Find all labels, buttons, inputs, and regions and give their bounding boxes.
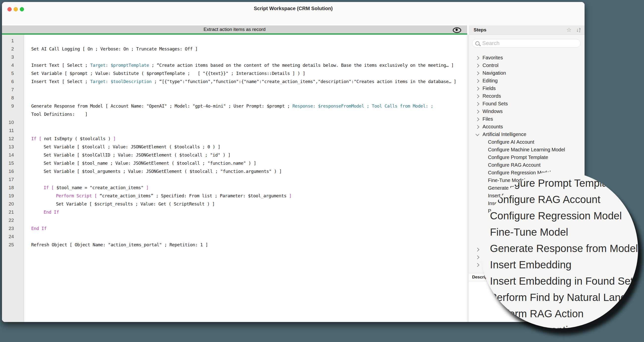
steps-search-field[interactable] xyxy=(472,39,580,47)
code-keyword: ] xyxy=(110,136,116,141)
step-category[interactable]: Found Sets xyxy=(469,100,584,108)
script-editor[interactable]: 12Set AI Call Logging [ On ; Verbose: On… xyxy=(2,35,467,322)
script-step-text: Insert Text [ Select ; Target: $promptTe… xyxy=(31,61,454,69)
script-line[interactable]: 3 xyxy=(2,53,467,61)
script-line[interactable]: 14Set Variable [ $toolCallID ; Value: JS… xyxy=(2,151,467,159)
script-line[interactable]: 24 xyxy=(2,232,467,241)
step-category[interactable]: Control xyxy=(469,62,584,69)
code-text: Set Variable [ $script_results ; Value: … xyxy=(56,201,215,206)
step-label: Navigation xyxy=(482,69,506,77)
line-number: 21 xyxy=(2,208,14,216)
script-tab[interactable]: Extract action items as record xyxy=(2,25,467,33)
script-step-text: End If xyxy=(44,208,59,216)
line-number: 14 xyxy=(2,151,14,159)
script-line[interactable]: 20Set Variable [ $script_results ; Value… xyxy=(2,200,467,208)
step-item[interactable]: Configure RAG Account xyxy=(469,161,584,169)
step-item[interactable]: Configure Prompt Template xyxy=(469,154,584,161)
code-text: “create_action_items” ; Specified: From … xyxy=(100,193,289,198)
code-text: Generate Response from Model [ Account N… xyxy=(31,103,292,109)
script-step-text: Set AI Call Logging [ On ; Verbose: On ;… xyxy=(31,45,198,53)
step-category[interactable]: Editing xyxy=(469,77,584,85)
code-keyword: ] xyxy=(144,185,148,190)
chevron-right-icon[interactable] xyxy=(476,255,480,259)
step-category[interactable]: Favorites xyxy=(469,54,584,62)
script-line[interactable]: 23End If xyxy=(2,224,467,232)
step-category[interactable]: Fields xyxy=(469,85,584,92)
chevron-right-icon[interactable] xyxy=(476,94,480,98)
search-input[interactable] xyxy=(482,40,572,47)
step-category[interactable]: Navigation xyxy=(469,69,584,77)
script-line[interactable]: 1 xyxy=(2,37,467,45)
script-line[interactable]: 19Perform Script [ “create_action_items”… xyxy=(2,192,467,200)
code-keyword: If [ xyxy=(31,136,44,141)
line-number: 20 xyxy=(2,200,14,208)
script-line[interactable]: 21End If xyxy=(2,208,467,216)
chevron-right-icon[interactable] xyxy=(476,87,480,91)
chevron-right-icon[interactable] xyxy=(476,110,480,114)
code-parameter: Target: $toolDescription xyxy=(90,79,152,84)
chevron-right-icon[interactable] xyxy=(476,118,480,121)
script-line[interactable]: 5Set Variable [ $prompt ; Value: Substit… xyxy=(2,69,467,77)
line-number: 16 xyxy=(2,167,14,175)
chevron-right-icon[interactable] xyxy=(476,248,480,252)
script-line[interactable]: 13Set Variable [ $toolcall ; Value: JSON… xyxy=(2,143,467,151)
sort-az-icon[interactable]: ↓ az xyxy=(576,27,580,32)
line-number: 19 xyxy=(2,192,14,200)
script-line[interactable]: 25Refresh Object [ Object Name: "action_… xyxy=(2,241,467,249)
lens-magnified-step: Generate Response from Model xyxy=(490,240,638,257)
line-number: 3 xyxy=(2,53,14,61)
step-item[interactable]: Configure Machine Learning Model xyxy=(469,146,584,154)
code-keyword: ] xyxy=(289,193,292,198)
step-item[interactable]: Configure AI Account xyxy=(469,138,584,146)
chevron-right-icon[interactable] xyxy=(476,79,480,83)
line-number: 1 xyxy=(2,37,14,45)
script-step-text: Set Variable [ $tool_arguments ; Value: … xyxy=(44,167,282,175)
chevron-right-icon[interactable] xyxy=(476,56,480,60)
script-line[interactable]: 9Generate Response from Model [ Account … xyxy=(2,102,467,110)
step-category[interactable]: Accounts xyxy=(469,123,584,131)
step-label: Artificial Intelligence xyxy=(482,131,526,138)
eye-icon[interactable] xyxy=(453,27,461,33)
step-category[interactable]: Records xyxy=(469,92,584,100)
line-number: 13 xyxy=(2,143,14,151)
code-text: Insert Text [ Select ; xyxy=(31,63,90,68)
step-label: Favorites xyxy=(482,54,503,62)
step-label: Configure Machine Learning Model xyxy=(488,146,565,154)
step-category[interactable]: Artificial Intelligence xyxy=(469,131,584,138)
favorites-star-icon[interactable]: ☆ xyxy=(566,27,572,33)
title-bar: Script Workspace (CRM Solution) xyxy=(2,2,584,14)
line-number: 22 xyxy=(2,216,14,224)
code-parameter: Response: $responseFromModel ; Tool Call… xyxy=(292,103,433,109)
step-label: Configure Prompt Template xyxy=(488,154,548,161)
lens-magnified-step: Configure RAG Account xyxy=(490,191,600,208)
sort-arrow: ↓ xyxy=(576,27,579,32)
script-line[interactable]: 22 xyxy=(2,216,467,224)
script-line[interactable]: 15Set Variable [ $tool_name ; Value: JSO… xyxy=(2,159,467,167)
chevron-down-icon[interactable] xyxy=(476,132,480,136)
line-number: 17 xyxy=(2,175,14,183)
script-line[interactable]: 8 xyxy=(2,94,467,102)
script-line[interactable]: 17 xyxy=(2,175,467,183)
script-line[interactable]: 6Insert Text [ Select ; Target: $toolDes… xyxy=(2,77,467,86)
script-line[interactable]: 12If [ not IsEmpty ( $toolcalls ) ] xyxy=(2,135,467,143)
script-line[interactable]: 4Insert Text [ Select ; Target: $promptT… xyxy=(2,61,467,69)
script-line[interactable]: 11 xyxy=(2,126,467,135)
script-line[interactable]: 16Set Variable [ $tool_arguments ; Value… xyxy=(2,167,467,175)
script-line[interactable]: 2Set AI Call Logging [ On ; Verbose: On … xyxy=(2,45,467,53)
code-text: ; “[{"type":"function","function":{"name… xyxy=(152,79,456,84)
script-line-continuation[interactable]: Tool Definitions: ] xyxy=(2,110,467,118)
chevron-right-icon[interactable] xyxy=(476,125,480,129)
sort-az-letters: az xyxy=(579,27,580,32)
line-number: 15 xyxy=(2,159,14,167)
lens-magnified-step: Insert Embedding xyxy=(490,257,572,273)
code-text: Refresh Object [ Object Name: "action_it… xyxy=(31,242,208,247)
script-line[interactable]: 7 xyxy=(2,86,467,94)
script-line[interactable]: 10 xyxy=(2,118,467,126)
script-line[interactable]: 18If [ $tool_name = "create_action_items… xyxy=(2,183,467,192)
chevron-right-icon[interactable] xyxy=(476,263,480,267)
chevron-right-icon[interactable] xyxy=(476,71,480,75)
chevron-right-icon[interactable] xyxy=(476,64,480,68)
step-category[interactable]: Files xyxy=(469,115,584,123)
step-category[interactable]: Windows xyxy=(469,108,584,115)
chevron-right-icon[interactable] xyxy=(476,102,480,106)
